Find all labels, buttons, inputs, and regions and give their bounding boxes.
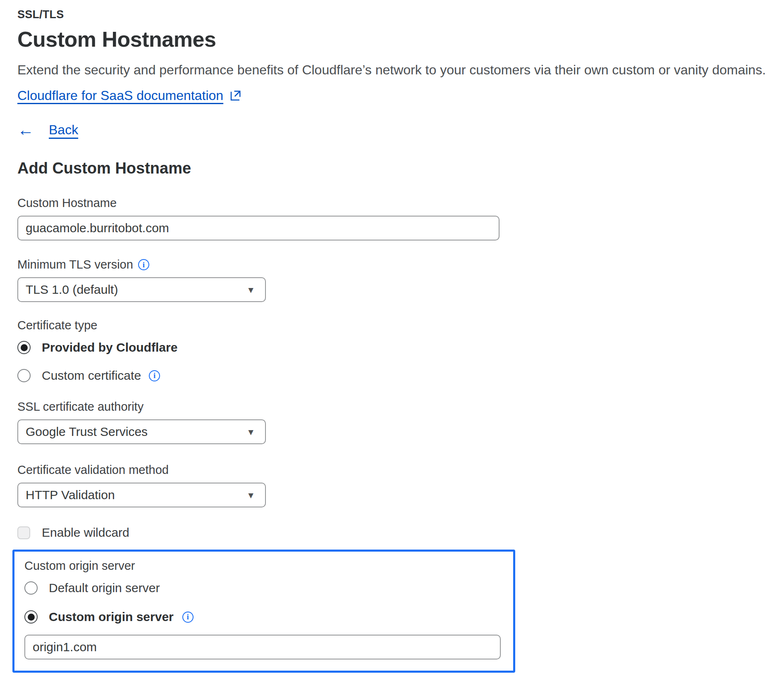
min-tls-label: Minimum TLS version xyxy=(17,258,133,271)
info-icon[interactable]: i xyxy=(182,612,194,623)
external-link-icon xyxy=(229,90,241,102)
radio-label: Provided by Cloudflare xyxy=(42,340,177,355)
radio-icon[interactable] xyxy=(17,341,31,354)
back-row: ← Back xyxy=(17,121,769,138)
custom-hostname-input[interactable] xyxy=(17,216,500,240)
radio-provided-by-cloudflare[interactable]: Provided by Cloudflare xyxy=(17,340,769,355)
radio-custom-certificate[interactable]: Custom certificate i xyxy=(17,369,769,383)
chevron-down-icon: ▼ xyxy=(246,286,255,294)
custom-origin-server-input[interactable] xyxy=(24,635,501,659)
validation-method-select[interactable]: HTTP Validation ▼ xyxy=(17,483,266,507)
certificate-type-label: Certificate type xyxy=(17,319,769,332)
min-tls-selected-value: TLS 1.0 (default) xyxy=(26,283,118,297)
radio-icon[interactable] xyxy=(24,610,38,624)
info-icon[interactable]: i xyxy=(138,259,149,270)
ssl-authority-select[interactable]: Google Trust Services ▼ xyxy=(17,419,266,444)
min-tls-select[interactable]: TLS 1.0 (default) ▼ xyxy=(17,277,266,302)
chevron-down-icon: ▼ xyxy=(246,491,255,500)
breadcrumb: SSL/TLS xyxy=(17,8,769,21)
page-description: Extend the security and performance bene… xyxy=(17,62,769,78)
radio-label: Custom certificate xyxy=(42,369,141,383)
enable-wildcard-checkbox[interactable] xyxy=(17,526,30,539)
saas-documentation-link[interactable]: Cloudflare for SaaS documentation xyxy=(17,88,223,103)
custom-hostname-label: Custom Hostname xyxy=(17,196,769,210)
back-link[interactable]: Back xyxy=(49,122,78,138)
custom-hostnames-page: SSL/TLS Custom Hostnames Extend the secu… xyxy=(0,0,784,676)
origin-server-label: Custom origin server xyxy=(24,559,513,573)
ssl-authority-label: SSL certificate authority xyxy=(17,400,769,414)
radio-icon[interactable] xyxy=(24,581,38,595)
chevron-down-icon: ▼ xyxy=(246,428,255,436)
validation-method-selected-value: HTTP Validation xyxy=(26,488,115,502)
radio-custom-origin-server[interactable]: Custom origin server i xyxy=(24,610,513,624)
doc-link-row: Cloudflare for SaaS documentation xyxy=(17,88,769,103)
validation-method-label: Certificate validation method xyxy=(17,463,769,477)
min-tls-label-row: Minimum TLS version i xyxy=(17,258,769,271)
radio-icon[interactable] xyxy=(17,369,31,382)
ssl-authority-selected-value: Google Trust Services xyxy=(26,425,148,439)
radio-label: Default origin server xyxy=(49,581,160,595)
enable-wildcard-label: Enable wildcard xyxy=(42,526,129,540)
form-heading: Add Custom Hostname xyxy=(17,159,769,177)
back-arrow-icon[interactable]: ← xyxy=(17,121,34,138)
info-icon[interactable]: i xyxy=(149,370,160,381)
page-title: Custom Hostnames xyxy=(17,27,769,52)
custom-origin-server-section: Custom origin server Default origin serv… xyxy=(12,550,515,673)
radio-label: Custom origin server xyxy=(49,610,174,624)
radio-default-origin-server[interactable]: Default origin server xyxy=(24,581,513,595)
enable-wildcard-row[interactable]: Enable wildcard xyxy=(17,526,769,540)
